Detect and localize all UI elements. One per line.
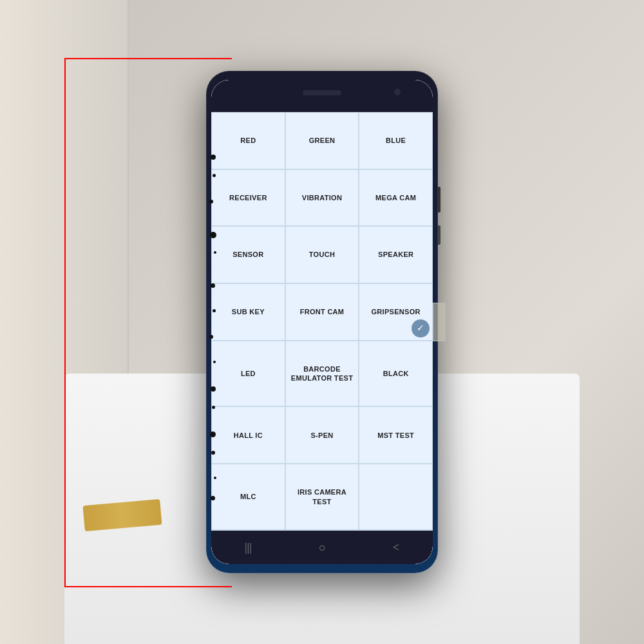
cell-sub-key[interactable]: SUB KEY [211,283,285,341]
cell-mst-test[interactable]: MST TEST [359,406,433,464]
cell-s-pen[interactable]: S-PEN [285,406,359,464]
phone: RED GREEN BLUE RECEIVER VIBRATION [206,71,438,573]
cell-front-cam[interactable]: FRONT CAM [285,283,359,341]
cell-iris-camera-test[interactable]: IRIS CAMERA TEST [285,464,359,530]
screen-marks [207,122,220,509]
phone-body: RED GREEN BLUE RECEIVER VIBRATION [206,71,438,573]
cell-black[interactable]: BLACK [359,341,433,407]
nav-bar: ||| ○ < [211,531,433,564]
cell-speaker[interactable]: SPEAKER [359,226,433,283]
home-button[interactable]: ○ [319,541,326,554]
red-overlay-top [64,58,232,59]
cell-vibration[interactable]: VIBRATION [285,169,359,227]
recent-apps-button[interactable]: ||| [245,541,252,554]
cell-mega-cam[interactable]: MEGA CAM [359,169,433,227]
cell-blue[interactable]: BLUE [359,112,433,169]
cell-barcode-emulator-test[interactable]: BARCODEEMULATOR TEST [285,341,359,407]
test-grid: RED GREEN BLUE RECEIVER VIBRATION [211,112,433,531]
phone-screen: RED GREEN BLUE RECEIVER VIBRATION [211,80,433,564]
power-button[interactable] [438,187,440,213]
cell-sensor[interactable]: SENSOR [211,226,285,283]
red-overlay-left [64,58,66,586]
cell-mlc[interactable]: MLC [211,464,285,530]
screen-content: RED GREEN BLUE RECEIVER VIBRATION [211,80,433,564]
cell-hall-ic[interactable]: HALL IC [211,406,285,464]
cell-red[interactable]: RED [211,112,285,169]
cell-touch[interactable]: TOUCH [285,226,359,283]
red-overlay-bottom [64,586,232,587]
cell-green[interactable]: GREEN [285,112,359,169]
cell-empty [359,464,433,530]
volume-button[interactable] [438,225,440,245]
cell-gripsensor[interactable]: GRIPSENSOR ✓ [359,283,433,341]
top-bar [211,80,433,112]
cell-led[interactable]: LED [211,341,285,407]
fab-button[interactable]: ✓ [412,319,430,337]
speaker-grille [303,90,341,95]
tape [433,303,446,341]
cell-receiver[interactable]: RECEIVER [211,169,285,227]
front-camera [394,89,401,95]
back-button[interactable]: < [393,541,399,554]
